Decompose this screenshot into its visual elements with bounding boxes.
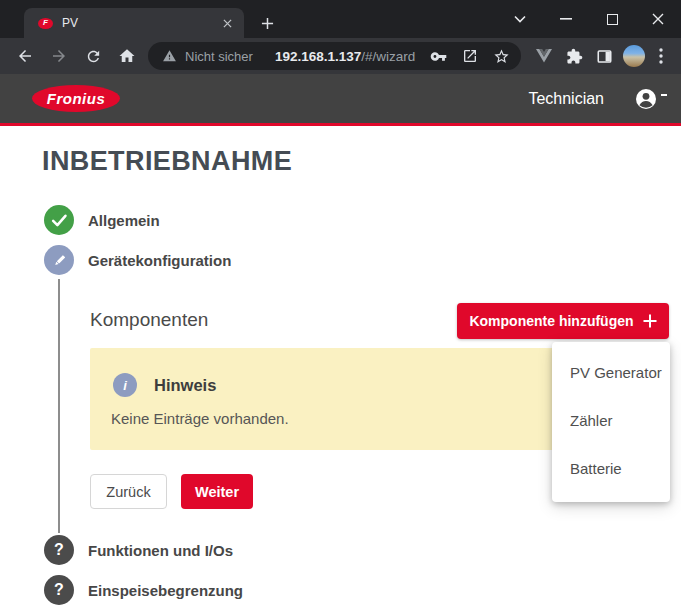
question-mark-icon: ? bbox=[44, 535, 74, 565]
tab-search-chevron-icon[interactable] bbox=[497, 0, 543, 38]
reload-icon[interactable] bbox=[76, 41, 110, 71]
forward-icon[interactable] bbox=[42, 41, 76, 71]
menu-item-pv-generator[interactable]: PV Generator bbox=[552, 348, 670, 396]
notice-body: Keine Einträge vorhanden. bbox=[111, 410, 289, 427]
new-tab-button[interactable] bbox=[254, 10, 280, 36]
share-icon[interactable] bbox=[462, 48, 478, 64]
profile-avatar[interactable] bbox=[619, 41, 649, 71]
step-label: Gerätekonfiguration bbox=[88, 252, 231, 269]
back-icon[interactable] bbox=[8, 41, 42, 71]
menu-item-zaehler[interactable]: Zähler bbox=[552, 396, 670, 444]
vue-devtools-extension-icon[interactable] bbox=[529, 41, 559, 71]
add-component-button[interactable]: Komponente hinzufügen bbox=[457, 303, 669, 339]
wizard-page: INBETRIEBNAHME Allgemein Gerätekonfigura… bbox=[0, 129, 681, 614]
account-person-icon bbox=[634, 87, 658, 111]
step-label: Einspeisebegrenzung bbox=[88, 582, 243, 599]
side-panel-icon[interactable] bbox=[589, 41, 619, 71]
security-label: Nicht sicher bbox=[185, 49, 253, 64]
window-controls bbox=[497, 0, 681, 38]
user-role-label: Technician bbox=[528, 90, 604, 108]
menu-dots-icon[interactable] bbox=[649, 41, 673, 71]
home-icon[interactable] bbox=[110, 41, 144, 71]
address-bar[interactable]: Nicht sicher 192.168.1.137 /#/wizard bbox=[148, 42, 521, 70]
url-path: /#/wizard bbox=[361, 49, 415, 64]
stepper-connector-line bbox=[58, 279, 60, 533]
step-geraetekonfiguration[interactable]: Gerätekonfiguration bbox=[44, 245, 231, 275]
tab-title: PV bbox=[62, 16, 218, 30]
next-button[interactable]: Weiter bbox=[181, 474, 253, 509]
url-host: 192.168.1.137 bbox=[275, 49, 361, 64]
add-component-dropdown: PV Generator Zähler Batterie bbox=[552, 342, 670, 502]
minimize-button[interactable] bbox=[543, 0, 589, 38]
tab-bar: F PV bbox=[0, 0, 681, 38]
extensions-puzzle-icon[interactable] bbox=[559, 41, 589, 71]
question-mark-icon: ? bbox=[44, 575, 74, 605]
info-icon: i bbox=[113, 373, 137, 397]
tab-close-icon[interactable] bbox=[218, 14, 236, 32]
bookmark-star-icon[interactable] bbox=[493, 48, 510, 65]
add-component-label: Komponente hinzufügen bbox=[469, 313, 633, 329]
plus-icon bbox=[643, 314, 657, 328]
site-header: Fronius Technician bbox=[0, 74, 681, 126]
notice-title: Hinweis bbox=[154, 376, 216, 395]
fronius-logo: Fronius bbox=[32, 85, 120, 112]
step-einspeisebegrenzung[interactable]: ? Einspeisebegrenzung bbox=[44, 575, 243, 605]
fronius-favicon-icon: F bbox=[38, 18, 53, 29]
account-caret-icon bbox=[661, 94, 667, 96]
back-button[interactable]: Zurück bbox=[90, 474, 167, 509]
page-title: INBETRIEBNAHME bbox=[42, 146, 292, 177]
step-label: Allgemein bbox=[88, 212, 160, 229]
browser-tab[interactable]: F PV bbox=[24, 8, 244, 38]
maximize-button[interactable] bbox=[589, 0, 635, 38]
account-menu-button[interactable] bbox=[634, 87, 667, 111]
close-window-button[interactable] bbox=[635, 0, 681, 38]
step-allgemein[interactable]: Allgemein bbox=[44, 205, 160, 235]
password-key-icon[interactable] bbox=[430, 48, 447, 65]
components-section-title: Komponenten bbox=[90, 309, 208, 331]
fronius-logo-text: Fronius bbox=[47, 90, 106, 107]
browser-window: F PV bbox=[0, 0, 681, 614]
step-label: Funktionen und I/Os bbox=[88, 542, 233, 559]
not-secure-warning-icon bbox=[162, 49, 177, 63]
check-icon bbox=[44, 205, 74, 235]
browser-toolbar: Nicht sicher 192.168.1.137 /#/wizard bbox=[0, 38, 681, 74]
favicon-letter: F bbox=[43, 19, 48, 27]
menu-item-batterie[interactable]: Batterie bbox=[552, 444, 670, 492]
step-funktionen[interactable]: ? Funktionen und I/Os bbox=[44, 535, 233, 565]
pencil-icon bbox=[44, 245, 74, 275]
